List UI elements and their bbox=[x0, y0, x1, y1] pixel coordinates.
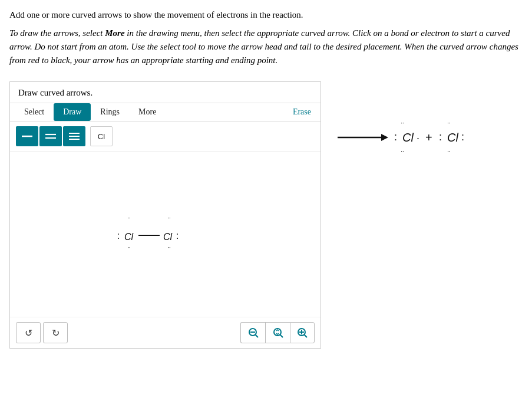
svg-text::: : bbox=[117, 231, 120, 241]
single-bond-icon bbox=[21, 130, 34, 143]
zoom-in-icon bbox=[296, 327, 308, 339]
triple-bond-icon bbox=[68, 130, 81, 143]
zoom-reset-button[interactable] bbox=[265, 322, 290, 343]
svg-text:··: ·· bbox=[401, 148, 404, 155]
triple-bond-button[interactable] bbox=[63, 126, 85, 146]
more-button[interactable]: More bbox=[129, 103, 166, 121]
bond-toolbar: Cl bbox=[10, 122, 320, 152]
drawing-canvas[interactable]: ·· : Cl ·· ·· Cl : ·· bbox=[10, 152, 320, 317]
svg-text:··: ·· bbox=[401, 120, 404, 126]
svg-text:Cl: Cl bbox=[163, 232, 173, 242]
bold-more: More bbox=[105, 28, 124, 38]
toolbar: Select Draw Rings More Erase bbox=[10, 103, 320, 122]
svg-text:·: · bbox=[417, 132, 419, 144]
atom-cl-button[interactable]: Cl bbox=[90, 126, 113, 146]
zoom-out-icon bbox=[247, 327, 259, 339]
svg-text:··: ·· bbox=[167, 215, 171, 221]
svg-line-23 bbox=[305, 335, 308, 338]
svg-text::: : bbox=[439, 131, 442, 143]
zoom-reset-icon bbox=[272, 327, 284, 339]
main-layout: Draw curved arrows. Select Draw Rings Mo… bbox=[9, 81, 523, 349]
redo-icon: ↻ bbox=[52, 327, 60, 339]
reaction-arrow bbox=[335, 129, 388, 146]
svg-text::: : bbox=[461, 131, 464, 143]
svg-text:Cl: Cl bbox=[402, 131, 414, 144]
draw-button[interactable]: Draw bbox=[54, 103, 91, 121]
svg-text:··: ·· bbox=[167, 244, 171, 251]
main-instruction: Add one or more curved arrows to show th… bbox=[9, 8, 523, 22]
reaction-panel: : Cl ·· ·· · + : Cl ·· ·· : bbox=[335, 117, 523, 158]
zoom-out-button[interactable] bbox=[240, 322, 265, 343]
italic-instruction: To draw the arrows, select More in the d… bbox=[9, 27, 523, 68]
undo-icon: ↺ bbox=[25, 327, 32, 339]
undo-button[interactable]: ↺ bbox=[16, 322, 41, 343]
double-bond-button[interactable] bbox=[39, 126, 62, 146]
svg-text:··: ·· bbox=[127, 215, 131, 221]
bottom-controls: ↺ ↻ bbox=[10, 317, 320, 348]
svg-line-19 bbox=[280, 335, 283, 338]
svg-line-17 bbox=[255, 335, 258, 338]
svg-text:Cl: Cl bbox=[124, 232, 134, 242]
svg-text:··: ·· bbox=[127, 244, 131, 251]
erase-button[interactable]: Erase bbox=[288, 103, 316, 121]
zoom-controls bbox=[240, 322, 315, 343]
svg-text::: : bbox=[394, 131, 397, 143]
panel-title: Draw curved arrows. bbox=[10, 82, 320, 103]
products-svg: : Cl ·· ·· · + : Cl ·· ·· : bbox=[393, 117, 523, 158]
drawing-panel: Draw curved arrows. Select Draw Rings Mo… bbox=[9, 81, 321, 349]
svg-text:··: ·· bbox=[447, 120, 451, 126]
svg-text:Cl: Cl bbox=[447, 131, 458, 144]
molecule-canvas-svg: ·· : Cl ·· ·· Cl : ·· bbox=[107, 205, 224, 264]
svg-text:··: ·· bbox=[447, 148, 451, 155]
double-bond-icon bbox=[44, 130, 57, 143]
svg-text::: : bbox=[176, 231, 179, 241]
rings-button[interactable]: Rings bbox=[91, 103, 129, 121]
select-button[interactable]: Select bbox=[15, 103, 54, 121]
single-bond-button[interactable] bbox=[16, 126, 38, 146]
italic-rest: in the drawing menu, then select the app… bbox=[9, 28, 518, 65]
svg-text:+: + bbox=[425, 131, 432, 144]
svg-marker-25 bbox=[381, 134, 388, 141]
zoom-in-button[interactable] bbox=[290, 322, 315, 343]
undo-redo-group: ↺ ↻ bbox=[16, 322, 68, 343]
redo-button[interactable]: ↻ bbox=[43, 322, 68, 343]
